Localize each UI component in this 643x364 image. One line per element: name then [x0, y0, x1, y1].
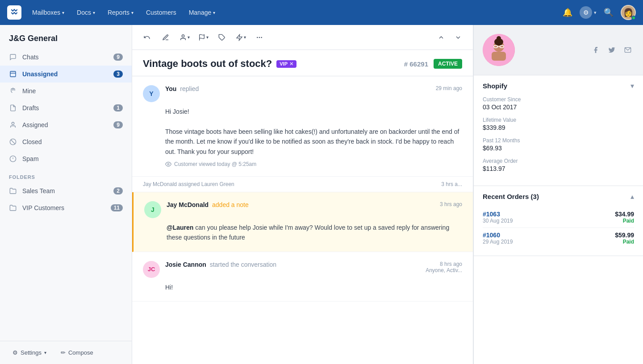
settings-button[interactable]: ⚙ Settings ▾: [7, 347, 52, 359]
nav-right: 🔔 ⚙ ▾ 🔍 👩: [563, 5, 636, 20]
avg-order-row: Average Order $113.97: [483, 158, 634, 172]
sidebar-item-unassigned[interactable]: Unassigned 3: [0, 66, 132, 83]
nav-mailboxes[interactable]: Mailboxes ▾: [27, 6, 70, 19]
lifetime-value-row: Lifetime Value $339.89: [483, 117, 634, 131]
notifications-icon[interactable]: 🔔: [563, 8, 572, 17]
drafts-icon: [9, 104, 17, 112]
toolbar-nav: [434, 30, 466, 45]
nav-reports[interactable]: Reports ▾: [102, 6, 139, 19]
search-icon[interactable]: 🔍: [604, 8, 614, 17]
svg-point-12: [261, 37, 262, 37]
recent-orders-section: Recent Orders (3) ▴ #1063 30 Aug 2019 $3…: [474, 186, 643, 256]
order-date: 30 Aug 2019: [483, 218, 513, 224]
message-body: @Lauren can you please help Josie while …: [167, 223, 462, 243]
sidebar-item-drafts[interactable]: Drafts 1: [0, 99, 132, 116]
sidebar-item-chats[interactable]: Chats 9: [0, 49, 132, 66]
message-time: 29 min ago: [436, 85, 462, 91]
sidebar-item-closed[interactable]: Closed: [0, 133, 132, 150]
compose-button[interactable]: ✏ Compose: [55, 347, 99, 359]
folder-icon: [9, 187, 17, 195]
order-date: 29 Aug 2019: [483, 239, 513, 245]
flag-button[interactable]: ▾: [196, 30, 211, 45]
undo-button[interactable]: [139, 30, 154, 45]
sidebar-item-mine[interactable]: Mine: [0, 83, 132, 99]
message-body: Hi!: [165, 282, 462, 292]
message-sender: You replied: [165, 85, 199, 92]
order-row: #1063 30 Aug 2019 $34.99 Paid: [483, 207, 634, 228]
customer-since-row: Customer Since 03 Oct 2017: [483, 96, 634, 111]
prev-button[interactable]: [434, 30, 449, 45]
shopify-collapse-icon: ▾: [630, 82, 634, 90]
closed-icon: [9, 138, 17, 146]
nav-manage[interactable]: Manage ▾: [184, 6, 221, 19]
conversation-toolbar: ▾ ▾ ▾: [132, 25, 473, 50]
recent-orders-header[interactable]: Recent Orders (3) ▴: [474, 186, 643, 207]
sidebar-item-spam[interactable]: Spam: [0, 150, 132, 167]
svg-point-13: [167, 163, 169, 165]
annotate-button[interactable]: [158, 30, 173, 45]
docs-caret: ▾: [93, 10, 95, 15]
order-id[interactable]: #1060: [483, 232, 513, 239]
email-channel-icon[interactable]: [622, 44, 634, 56]
svg-rect-16: [492, 52, 506, 61]
settings-org-icon[interactable]: ⚙ ▾: [580, 6, 597, 19]
main-layout: J&G General Chats 9 Unassigned 3 Mine: [0, 0, 643, 364]
assign-button[interactable]: ▾: [177, 30, 192, 45]
past-12-label: Past 12 Months: [483, 137, 634, 144]
svg-point-19: [497, 36, 501, 41]
brand-logo[interactable]: [7, 5, 21, 20]
twitter-icon[interactable]: [605, 44, 618, 56]
order-amount: $59.99: [615, 232, 634, 239]
customer-since-value: 03 Oct 2017: [483, 103, 634, 111]
avatar: JC: [143, 261, 160, 278]
nav-items: Mailboxes ▾ Docs ▾ Reports ▾ Customers M…: [27, 6, 563, 19]
folders-section-title: FOLDERS: [0, 167, 132, 182]
past-12-value: $69.93: [483, 145, 634, 152]
facebook-icon[interactable]: [589, 44, 602, 56]
avg-order-value: $113.97: [483, 165, 634, 172]
customer-avatar: [483, 34, 515, 66]
sidebar: J&G General Chats 9 Unassigned 3 Mine: [0, 25, 132, 364]
settings-gear-icon: ⚙: [13, 349, 18, 356]
vip-folder-icon: [9, 204, 17, 212]
order-status: Paid: [615, 218, 634, 224]
customer-hero: [474, 25, 643, 75]
message-time: 3 hrs ago: [440, 201, 462, 207]
message-header: JC Josie Cannon started the conversation…: [143, 261, 462, 278]
next-button[interactable]: [451, 30, 466, 45]
sidebar-folder-vip-customers[interactable]: VIP Customers 11: [0, 199, 132, 216]
order-id[interactable]: #1063: [483, 211, 513, 218]
manage-caret: ▾: [213, 10, 215, 15]
customer-avatar-img: [483, 34, 515, 66]
recent-orders-body: #1063 30 Aug 2019 $34.99 Paid #1060 29 A…: [474, 207, 643, 256]
message-block-note: J Jay McDonald added a note 3 hrs ago @L…: [132, 192, 473, 252]
user-avatar-wrapper[interactable]: 👩: [621, 5, 636, 20]
top-navigation: Mailboxes ▾ Docs ▾ Reports ▾ Customers M…: [0, 0, 643, 25]
shopify-body: Customer Since 03 Oct 2017 Lifetime Valu…: [474, 96, 643, 186]
message-header: J Jay McDonald added a note 3 hrs ago: [144, 201, 462, 218]
shopify-title: Shopify: [483, 82, 507, 90]
tag-button[interactable]: [214, 30, 230, 45]
order-status: Paid: [615, 239, 634, 245]
svg-marker-9: [237, 34, 242, 40]
message-header: Y You replied 29 min ago: [143, 85, 462, 102]
shopify-section: Shopify ▾ Customer Since 03 Oct 2017 Lif…: [474, 75, 643, 186]
svg-point-11: [259, 37, 259, 37]
vip-remove-button[interactable]: ✕: [289, 61, 293, 67]
lifetime-value: $339.89: [483, 124, 634, 131]
conversation-meta: # 66291 ACTIVE: [404, 59, 462, 69]
system-msg-time: 3 hrs a...: [441, 181, 462, 187]
nav-customers[interactable]: Customers: [141, 6, 182, 19]
lifetime-value-label: Lifetime Value: [483, 117, 634, 123]
sidebar-item-assigned[interactable]: Assigned 9: [0, 116, 132, 133]
nav-docs[interactable]: Docs ▾: [71, 6, 100, 19]
automate-button[interactable]: ▾: [233, 30, 248, 45]
assigned-icon: [9, 121, 17, 129]
social-icons: [589, 44, 634, 56]
sidebar-footer: ⚙ Settings ▾ ✏ Compose: [0, 341, 132, 364]
ticket-number: # 66291: [404, 60, 428, 68]
shopify-section-header[interactable]: Shopify ▾: [474, 75, 643, 96]
avatar: J: [144, 201, 161, 218]
sidebar-folder-sales-team[interactable]: Sales Team 2: [0, 182, 132, 199]
more-button[interactable]: [252, 30, 267, 45]
